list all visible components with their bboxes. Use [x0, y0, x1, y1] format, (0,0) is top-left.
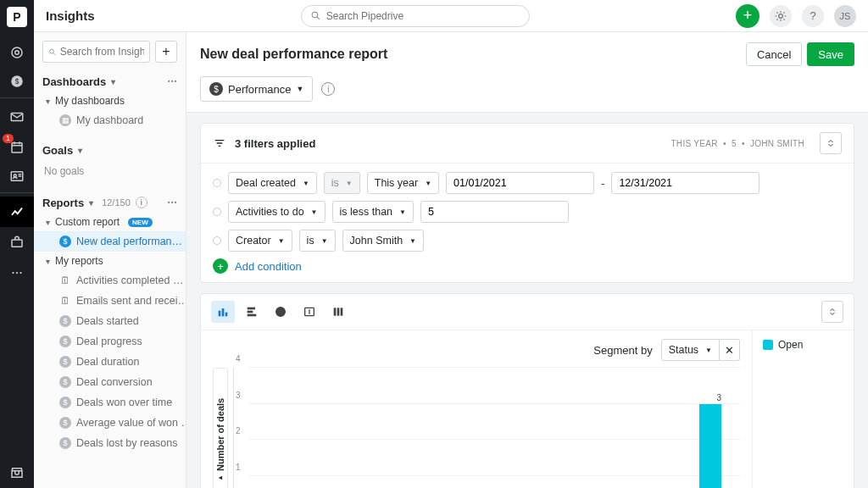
report-item[interactable]: $Deals lost by reasons [34, 433, 186, 453]
sales-assistant-icon[interactable] [770, 5, 792, 27]
nav-deals[interactable]: $ [0, 68, 34, 98]
report-item[interactable]: $Deal duration [34, 352, 186, 372]
add-condition-button[interactable]: + Add condition [213, 258, 842, 274]
filter-user-select[interactable]: John Smith▼ [342, 230, 424, 252]
nav-insights[interactable] [0, 197, 34, 227]
report-item[interactable]: $Deals started [34, 311, 186, 331]
report-item[interactable]: $Deal conversion [34, 372, 186, 392]
reports-section[interactable]: Reports 12/150 i ··· [34, 192, 186, 213]
reports-info-icon[interactable]: i [136, 197, 147, 208]
report-item[interactable]: 🗓Emails sent and recei… [34, 291, 186, 311]
user-avatar[interactable]: JS [834, 5, 856, 27]
svg-text:$: $ [15, 78, 19, 86]
chart-bar[interactable] [699, 404, 721, 489]
dashboards-more-icon[interactable]: ··· [167, 75, 177, 88]
info-icon[interactable]: i [321, 82, 335, 96]
chevron-down-icon [46, 257, 50, 266]
chart-type-table[interactable] [326, 301, 350, 323]
dashboard-item[interactable]: ▦ My dashboard [34, 110, 186, 130]
segment-clear-button[interactable]: ✕ [720, 339, 740, 361]
nav-products[interactable] [0, 227, 34, 258]
connector-dot [213, 179, 221, 187]
legend-swatch [763, 340, 773, 350]
my-dashboards-group[interactable]: My dashboards [34, 92, 186, 110]
app-logo[interactable]: P [7, 7, 27, 27]
report-item[interactable]: $Deals won over time [34, 392, 186, 413]
nav-more[interactable] [0, 258, 34, 288]
nav-contacts[interactable] [0, 163, 34, 193]
svg-point-13 [779, 14, 783, 18]
svg-point-12 [312, 12, 318, 18]
global-search-input[interactable] [326, 10, 520, 22]
chart-type-column[interactable] [211, 301, 235, 323]
dollar-icon: $ [59, 376, 71, 388]
page-title: Insights [46, 8, 95, 23]
quick-add-button[interactable]: + [736, 4, 760, 28]
nav-marketplace[interactable] [0, 458, 34, 488]
nav-activities[interactable]: 1 [0, 132, 34, 163]
nav-mail[interactable] [0, 102, 34, 132]
svg-point-10 [16, 272, 18, 274]
report-content: New deal performance report Cancel Save … [186, 32, 868, 488]
svg-point-0 [12, 47, 22, 58]
collapse-filters-button[interactable] [820, 132, 842, 154]
report-title: New deal performance report [200, 47, 746, 62]
dashboard-icon: ▦ [59, 114, 71, 126]
chart-card: Segment by Status▼ ✕ ▸Number of deals [200, 293, 854, 488]
nav-rail: P $ 1 [0, 0, 34, 488]
dollar-icon: $ [59, 417, 71, 429]
insights-search-input[interactable] [60, 46, 144, 58]
cancel-button[interactable]: Cancel [746, 42, 802, 66]
nav-leads[interactable] [0, 37, 34, 68]
dollar-icon: $ [59, 336, 71, 347]
svg-rect-22 [334, 308, 337, 315]
svg-rect-19 [248, 311, 253, 313]
report-type-select[interactable]: $ Performance ▼ [200, 76, 313, 102]
filter-field-select[interactable]: Activities to do▼ [228, 201, 326, 223]
plus-icon: + [213, 258, 228, 274]
svg-rect-17 [225, 313, 228, 317]
report-item[interactable]: $Deal progress [34, 331, 186, 352]
y-axis-label[interactable]: ▸Number of deals [213, 368, 228, 488]
filter-value-input[interactable] [420, 201, 569, 223]
svg-rect-24 [341, 308, 343, 315]
global-search[interactable] [301, 5, 530, 27]
collapse-chart-button[interactable] [821, 301, 843, 323]
dashboards-section[interactable]: Dashboards ··· [34, 71, 186, 92]
activities-badge: 1 [3, 134, 14, 143]
svg-point-9 [12, 272, 14, 274]
report-item-selected[interactable]: $ New deal performan… [34, 231, 186, 252]
calendar-icon: 🗓 [59, 295, 71, 307]
report-item[interactable]: $Average value of won … [34, 413, 186, 433]
help-icon[interactable]: ? [802, 5, 824, 27]
filter-field-select[interactable]: Creator▼ [228, 230, 292, 252]
my-reports-group[interactable]: My reports [34, 252, 186, 270]
legend-item[interactable]: Open [763, 339, 843, 351]
svg-rect-20 [248, 314, 257, 317]
reports-more-icon[interactable]: ··· [167, 196, 177, 209]
chart-type-bar[interactable] [240, 301, 264, 323]
filter-field-select[interactable]: Deal created▼ [228, 172, 317, 194]
insights-search[interactable] [42, 41, 150, 63]
add-insight-button[interactable]: + [155, 41, 177, 63]
save-button[interactable]: Save [807, 42, 854, 66]
bar-value-label: 3 [716, 393, 721, 402]
filter-op-select[interactable]: is▼ [299, 230, 336, 252]
custom-report-group[interactable]: Custom report NEW [34, 213, 186, 231]
filter-date-to[interactable] [611, 172, 760, 194]
chart-type-scorecard[interactable] [298, 301, 321, 323]
svg-point-1 [15, 51, 19, 55]
segment-select[interactable]: Status▼ [661, 339, 720, 361]
dollar-icon: $ [59, 315, 71, 327]
goals-section[interactable]: Goals [34, 141, 186, 160]
chart-type-pie[interactable] [269, 301, 292, 323]
filter-period-select[interactable]: This year▼ [367, 172, 439, 194]
filter-op-select[interactable]: is▼ [324, 172, 360, 194]
filter-date-from[interactable] [446, 172, 594, 194]
top-header: Insights + ? JS [34, 0, 868, 32]
calendar-icon: 🗓 [59, 274, 71, 286]
report-item[interactable]: 🗓Activities completed … [34, 270, 186, 291]
chevron-down-icon [89, 198, 93, 208]
filter-op-select[interactable]: is less than▼ [332, 201, 414, 223]
svg-point-11 [19, 272, 21, 274]
